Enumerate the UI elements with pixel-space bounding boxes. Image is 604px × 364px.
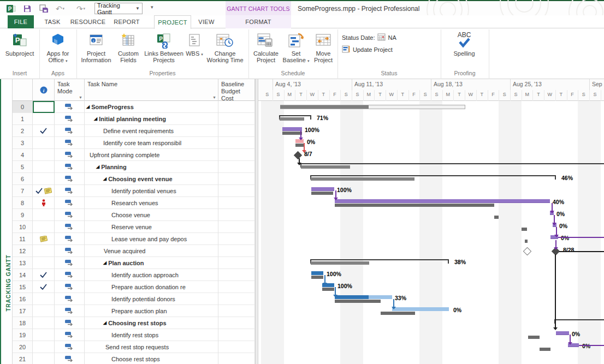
task-name-cell[interactable]: Identify core team responsibil	[85, 137, 218, 149]
task-bar[interactable]	[556, 331, 569, 335]
row-number[interactable]: 0	[13, 101, 33, 113]
move-project-button[interactable]: Move Project	[310, 30, 336, 68]
summary-bracket[interactable]	[300, 163, 604, 164]
selected-cell[interactable]	[33, 101, 55, 113]
row-number[interactable]: 6	[13, 173, 33, 185]
row-number[interactable]: 18	[13, 317, 33, 329]
task-mode-cell[interactable]	[55, 221, 85, 233]
task-mode-cell[interactable]	[55, 317, 85, 329]
project-information-button[interactable]: iProject Information	[78, 30, 114, 68]
save-all-icon[interactable]	[37, 3, 50, 15]
tab-resource[interactable]: RESOURCE	[68, 15, 108, 28]
wbs-button[interactable]: WBS ▾	[185, 30, 204, 68]
task-mode-cell[interactable]	[55, 305, 85, 317]
tab-format[interactable]: FORMAT	[239, 15, 277, 28]
info-cell[interactable]	[33, 209, 55, 221]
baseline-budget-cell[interactable]	[218, 185, 255, 197]
info-cell[interactable]	[33, 269, 55, 281]
baseline-budget-cell[interactable]	[218, 305, 255, 317]
task-mode-cell[interactable]	[55, 293, 85, 305]
task-mode-cell[interactable]	[55, 209, 85, 221]
task-name-cell[interactable]: Upfront planning complete	[85, 149, 218, 161]
change-working-time-button[interactable]: Change Working Time	[204, 30, 246, 68]
task-mode-cell[interactable]	[55, 125, 85, 137]
info-cell[interactable]	[33, 113, 55, 125]
column-header-info[interactable]: i	[33, 79, 55, 101]
task-bar-remaining[interactable]	[369, 295, 392, 299]
tab-file[interactable]: FILE	[8, 15, 34, 28]
tab-project[interactable]: PROJECT	[154, 15, 191, 29]
baseline-budget-cell[interactable]	[218, 161, 255, 173]
baseline-budget-cell[interactable]	[218, 113, 255, 125]
baseline-budget-cell[interactable]	[218, 329, 255, 341]
update-project-button[interactable]: Update Project	[342, 45, 393, 55]
baseline-budget-cell[interactable]	[218, 137, 255, 149]
summary-bracket[interactable]	[279, 115, 311, 116]
task-name-cell[interactable]: Reserve venue	[85, 221, 218, 233]
info-cell[interactable]	[33, 221, 55, 233]
info-cell[interactable]	[33, 185, 55, 197]
task-name-cell[interactable]: Send rest stop requests	[85, 341, 218, 353]
baseline-budget-cell[interactable]	[218, 317, 255, 329]
filter-icon[interactable]: ▼	[212, 96, 216, 99]
status-date-row[interactable]: Status Date:NA	[342, 33, 396, 43]
task-name-cell[interactable]: Venue acquired	[85, 245, 218, 257]
task-name-cell[interactable]: Prepare auction donation re	[85, 281, 218, 293]
task-name-cell[interactable]: Lease venue and pay depos	[85, 233, 218, 245]
task-name-cell[interactable]: ◢Initial planning meeting	[85, 113, 218, 125]
outline-collapse-icon[interactable]: ◢	[103, 320, 106, 325]
row-number[interactable]: 10	[13, 221, 33, 233]
column-header-mode[interactable]: Task Mode▼	[55, 79, 85, 101]
summary-bracket[interactable]	[310, 175, 556, 176]
info-cell[interactable]	[33, 245, 55, 257]
summary-bracket[interactable]	[310, 259, 449, 260]
info-cell[interactable]	[33, 257, 55, 269]
row-number[interactable]: 17	[13, 305, 33, 317]
info-cell[interactable]	[33, 317, 55, 329]
baseline-budget-cell[interactable]	[218, 341, 255, 353]
info-cell[interactable]	[33, 329, 55, 341]
links-between-projects-button[interactable]: PLinks Between Projects	[143, 30, 185, 68]
task-mode-cell[interactable]	[55, 185, 85, 197]
task-mode-cell[interactable]	[55, 269, 85, 281]
task-name-cell[interactable]: Identify auction approach	[85, 269, 218, 281]
info-cell[interactable]	[33, 197, 55, 209]
apps-for-office-button[interactable]: Apps for Office ▾	[42, 30, 74, 68]
custom-fields-button[interactable]: Custom Fields	[114, 30, 143, 68]
baseline-budget-cell[interactable]	[218, 233, 255, 245]
baseline-budget-cell[interactable]	[218, 221, 255, 233]
task-mode-cell[interactable]	[55, 101, 85, 113]
baseline-budget-cell[interactable]	[218, 269, 255, 281]
task-name-cell[interactable]: ◢Plan auction	[85, 257, 218, 269]
row-number[interactable]: 5	[13, 161, 33, 173]
row-number[interactable]: 9	[13, 209, 33, 221]
row-number[interactable]: 4	[13, 149, 33, 161]
row-number[interactable]: 1	[13, 113, 33, 125]
task-name-cell[interactable]: Define event requirements	[85, 125, 218, 137]
task-name-cell[interactable]: Prepare auction plan	[85, 305, 218, 317]
info-cell[interactable]	[33, 125, 55, 137]
subproject-button[interactable]: PSubproject	[3, 30, 37, 68]
row-number[interactable]: 16	[13, 293, 33, 305]
qat-customize-icon[interactable]: ▾	[151, 4, 153, 10]
row-number[interactable]: 12	[13, 245, 33, 257]
task-mode-cell[interactable]	[55, 329, 85, 341]
baseline-budget-cell[interactable]	[218, 353, 255, 364]
info-cell[interactable]	[33, 233, 55, 245]
task-mode-cell[interactable]	[55, 233, 85, 245]
baseline-budget-cell[interactable]	[218, 293, 255, 305]
row-number[interactable]: 8	[13, 197, 33, 209]
baseline-budget-cell[interactable]	[218, 257, 255, 269]
task-mode-cell[interactable]	[55, 149, 85, 161]
task-name-cell[interactable]: Identify potential venues	[85, 185, 218, 197]
baseline-budget-cell[interactable]	[218, 245, 255, 257]
info-cell[interactable]	[33, 137, 55, 149]
baseline-budget-cell[interactable]	[218, 281, 255, 293]
info-cell[interactable]	[33, 161, 55, 173]
task-name-cell[interactable]: Research venues	[85, 197, 218, 209]
baseline-budget-cell[interactable]	[218, 149, 255, 161]
task-mode-cell[interactable]	[55, 341, 85, 353]
set-baseline-button[interactable]: Set Baseline ▾	[282, 30, 310, 68]
outline-collapse-icon[interactable]: ◢	[103, 260, 106, 265]
task-mode-cell[interactable]	[55, 113, 85, 125]
